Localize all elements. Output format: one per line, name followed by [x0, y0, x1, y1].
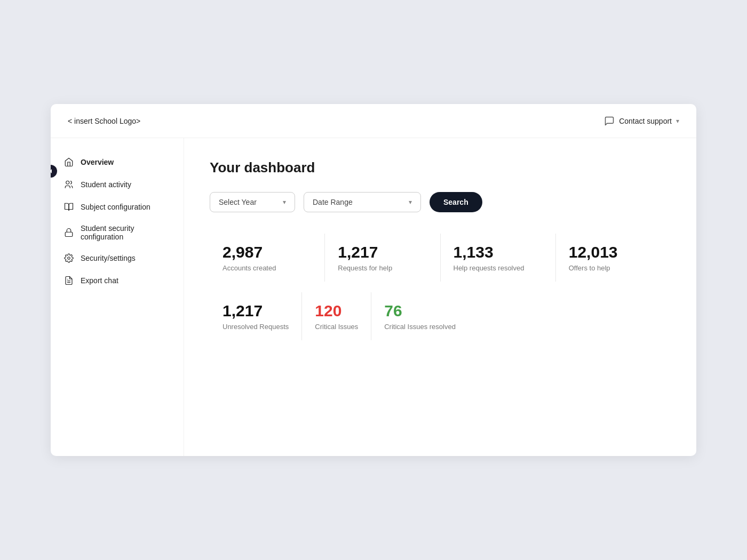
- stat-number-requests: 1,217: [338, 243, 427, 261]
- sidebar-item-security-settings[interactable]: Security/settings: [51, 247, 184, 269]
- date-range-select[interactable]: Date Range ▾: [304, 192, 421, 212]
- year-select-chevron: ▾: [283, 198, 286, 206]
- chevron-left-icon: [51, 169, 53, 174]
- sidebar-item-label-security-settings: Security/settings: [81, 254, 136, 262]
- stat-critical-issues: 120 Critical Issues: [302, 292, 371, 340]
- sidebar-item-export-chat[interactable]: Export chat: [51, 269, 184, 292]
- stats-row-1: 2,987 Accounts created 1,217 Requests fo…: [210, 234, 671, 282]
- stat-label-offers: Offers to help: [569, 264, 658, 272]
- main-content: Your dashboard Select Year ▾ Date Range …: [184, 138, 696, 456]
- sidebar-item-label-overview: Overview: [81, 158, 114, 166]
- stat-label-accounts: Accounts created: [222, 264, 312, 272]
- home-icon: [63, 157, 74, 167]
- sidebar-item-label-student-activity: Student activity: [81, 180, 131, 189]
- stat-help-resolved: 1,133 Help requests resolved: [441, 234, 556, 282]
- sidebar-item-label-student-security: Student security configuration: [81, 224, 171, 241]
- date-select-chevron: ▾: [409, 198, 412, 206]
- contact-support-button[interactable]: Contact support ▾: [604, 116, 679, 126]
- svg-marker-0: [51, 169, 52, 173]
- chat-icon: [604, 116, 615, 126]
- book-icon: [63, 202, 74, 212]
- body: Overview Student activity Subject config…: [51, 138, 696, 456]
- search-button[interactable]: Search: [430, 192, 482, 212]
- stat-requests-help: 1,217 Requests for help: [325, 234, 440, 282]
- stat-number-critical: 120: [315, 302, 358, 319]
- contact-support-label: Contact support: [619, 117, 672, 125]
- sidebar-item-overview[interactable]: Overview: [51, 151, 184, 173]
- stat-label-unresolved: Unresolved Requests: [222, 323, 289, 331]
- gear-icon: [63, 253, 74, 263]
- date-select-placeholder: Date Range: [313, 198, 353, 206]
- stat-offers-help: 12,013 Offers to help: [556, 234, 671, 282]
- filters-row: Select Year ▾ Date Range ▾ Search: [210, 192, 671, 212]
- sidebar-item-label-subject-configuration: Subject configuration: [81, 203, 150, 211]
- stat-number-unresolved: 1,217: [222, 302, 289, 319]
- sidebar: Overview Student activity Subject config…: [51, 138, 184, 456]
- svg-point-3: [68, 257, 70, 260]
- sidebar-item-label-export-chat: Export chat: [81, 276, 118, 285]
- stat-number-critical-resolved: 76: [384, 302, 456, 319]
- lock-icon: [63, 227, 74, 238]
- stat-number-offers: 12,013: [569, 243, 658, 261]
- stat-number-resolved: 1,133: [454, 243, 543, 261]
- stat-label-resolved: Help requests resolved: [454, 264, 543, 272]
- stat-accounts-created: 2,987 Accounts created: [210, 234, 325, 282]
- year-select[interactable]: Select Year ▾: [210, 192, 295, 212]
- stat-critical-resolved: 76 Critical Issues resolved: [371, 292, 468, 340]
- sidebar-item-subject-configuration[interactable]: Subject configuration: [51, 196, 184, 218]
- sidebar-item-student-security[interactable]: Student security configuration: [51, 218, 184, 247]
- app-window: < insert School Logo> Contact support ▾ …: [51, 104, 696, 456]
- stat-label-critical-resolved: Critical Issues resolved: [384, 323, 456, 331]
- svg-rect-2: [65, 232, 73, 236]
- sidebar-item-student-activity[interactable]: Student activity: [51, 173, 184, 196]
- logo: < insert School Logo>: [68, 117, 140, 125]
- stat-unresolved-requests: 1,217 Unresolved Requests: [210, 292, 302, 340]
- stat-number-accounts: 2,987: [222, 243, 312, 261]
- year-select-placeholder: Select Year: [219, 198, 257, 206]
- header: < insert School Logo> Contact support ▾: [51, 104, 696, 138]
- contact-support-chevron: ▾: [676, 117, 679, 125]
- stat-label-critical: Critical Issues: [315, 323, 358, 331]
- stats-row-2: 1,217 Unresolved Requests 120 Critical I…: [210, 292, 671, 340]
- svg-point-1: [66, 181, 69, 184]
- file-icon: [63, 275, 74, 286]
- page-title: Your dashboard: [210, 159, 671, 176]
- stat-label-requests: Requests for help: [338, 264, 427, 272]
- users-icon: [63, 179, 74, 190]
